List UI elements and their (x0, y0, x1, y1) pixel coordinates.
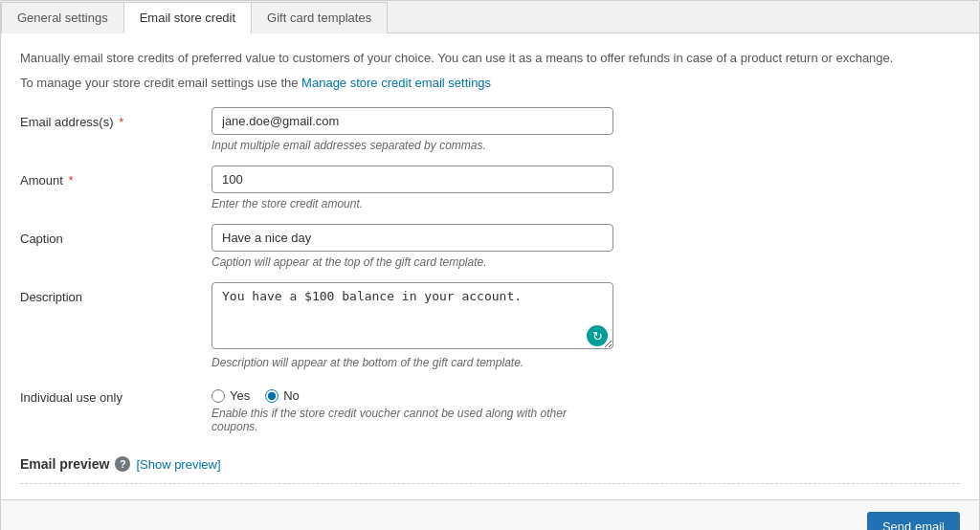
preview-divider (20, 483, 960, 484)
radio-no-label: No (283, 388, 300, 403)
main-content: Manually email store credits of preferre… (1, 33, 979, 499)
radio-yes-label: Yes (230, 388, 250, 403)
email-help-text: Input multiple email addresses separated… (212, 139, 613, 152)
amount-label: Amount * (20, 166, 212, 188)
caption-field-wrapper: Caption will appear at the top of the gi… (212, 224, 613, 269)
individual-use-row: Individual use only Yes No Enable this i (20, 383, 960, 433)
tabs-bar: General settings Email store credit Gift… (1, 1, 979, 33)
tab-email-store-credit[interactable]: Email store credit (123, 2, 252, 33)
radio-yes-option[interactable]: Yes (212, 388, 250, 403)
radio-no-option[interactable]: No (265, 388, 300, 403)
amount-required-star: * (68, 173, 73, 188)
email-field-wrapper: Input multiple email addresses separated… (212, 107, 613, 152)
amount-row: Amount * Enter the store credit amount. (20, 166, 960, 210)
description-label: Description (20, 282, 212, 304)
textarea-wrapper: ↻ (212, 282, 613, 352)
description-field-wrapper: ↻ Description will appear at the bottom … (212, 282, 613, 369)
amount-help-text: Enter the store credit amount. (212, 197, 613, 210)
show-preview-link[interactable]: [Show preview] (136, 457, 220, 472)
email-required-star: * (119, 115, 123, 129)
tab-gift-card-templates[interactable]: Gift card templates (251, 2, 388, 33)
email-row: Email address(s) * Input multiple email … (20, 107, 960, 152)
footer: Send email (1, 499, 979, 530)
individual-use-radio-group: Yes No (212, 383, 613, 403)
radio-yes-input[interactable] (212, 389, 225, 403)
manage-store-credit-link[interactable]: Manage store credit email settings (301, 76, 491, 90)
caption-help-text: Caption will appear at the top of the gi… (212, 255, 613, 269)
individual-use-field-wrapper: Yes No Enable this if the store credit v… (212, 383, 613, 433)
description-line1: Manually email store credits of preferre… (20, 49, 960, 68)
caption-label: Caption (20, 224, 212, 246)
caption-input[interactable] (212, 224, 613, 252)
amount-field-wrapper: Enter the store credit amount. (212, 166, 613, 210)
amount-input[interactable] (212, 166, 613, 193)
individual-use-help-text: Enable this if the store credit voucher … (212, 407, 613, 433)
email-preview-label: Email preview (20, 456, 109, 472)
email-label: Email address(s) * (20, 107, 212, 129)
radio-no-input[interactable] (265, 389, 278, 403)
refresh-icon[interactable]: ↻ (587, 325, 608, 346)
description-textarea[interactable] (212, 282, 613, 349)
tab-general[interactable]: General settings (1, 2, 124, 33)
description-help-text: Description will appear at the bottom of… (212, 356, 613, 369)
caption-row: Caption Caption will appear at the top o… (20, 224, 960, 269)
description-row: Description ↻ Description will appear at… (20, 282, 960, 369)
email-store-credit-form: Email address(s) * Input multiple email … (20, 107, 960, 433)
send-email-button[interactable]: Send email (867, 512, 960, 530)
individual-use-label: Individual use only (20, 383, 212, 405)
email-preview-section: Email preview ? [Show preview] (20, 447, 960, 472)
description-line2: To manage your store credit email settin… (20, 74, 960, 93)
email-preview-help-icon[interactable]: ? (115, 456, 130, 472)
page-wrapper: General settings Email store credit Gift… (0, 0, 980, 530)
email-input[interactable] (212, 107, 613, 135)
